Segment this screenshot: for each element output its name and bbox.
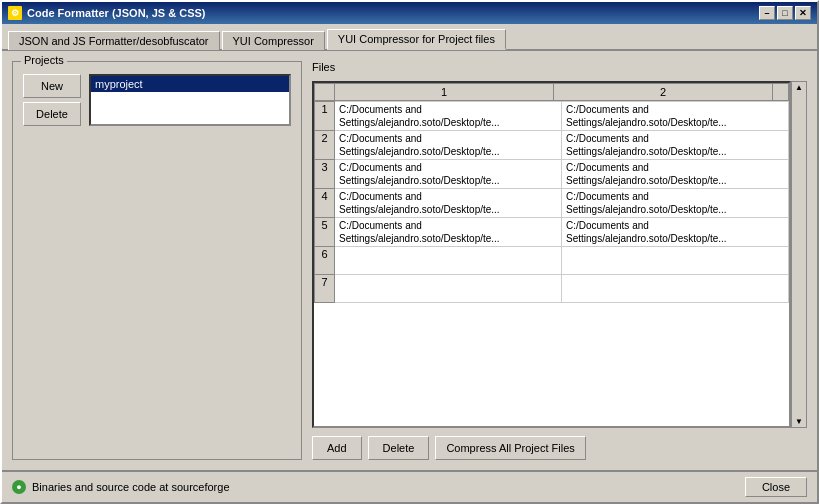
project-list[interactable]: myproject [89,74,291,126]
projects-buttons: New Delete [23,74,81,126]
title-bar: ⚙ Code Formatter (JSON, JS & CSS) – □ ✕ [2,2,817,24]
table-row[interactable]: 2C:/Documents and Settings/alejandro.sot… [315,131,789,160]
projects-label: Projects [21,54,67,66]
delete-file-button[interactable]: Delete [368,436,430,460]
status-text: Binaries and source code at sourceforge [32,481,230,493]
file-col2[interactable]: C:/Documents and Settings/alejandro.soto… [562,102,789,131]
row-number: 1 [315,102,335,131]
row-number: 3 [315,160,335,189]
delete-project-button[interactable]: Delete [23,102,81,126]
file-col2[interactable] [562,275,789,303]
compress-button[interactable]: Compress All Project Files [435,436,585,460]
tab-yui[interactable]: YUI Compressor [222,31,325,50]
row-number: 6 [315,247,335,275]
table-row[interactable]: 3C:/Documents and Settings/alejandro.sot… [315,160,789,189]
projects-panel: Projects New Delete myproject [12,61,302,460]
main-window: ⚙ Code Formatter (JSON, JS & CSS) – □ ✕ … [0,0,819,504]
file-col2[interactable]: C:/Documents and Settings/alejandro.soto… [562,160,789,189]
files-label: Files [312,61,807,73]
close-button[interactable]: Close [745,477,807,497]
file-col1[interactable]: C:/Documents and Settings/alejandro.soto… [335,189,562,218]
col-header-1: 1 [335,84,554,101]
tab-yui-project[interactable]: YUI Compressor for Project files [327,29,506,50]
file-col2[interactable]: C:/Documents and Settings/alejandro.soto… [562,218,789,247]
file-col2[interactable]: C:/Documents and Settings/alejandro.soto… [562,131,789,160]
minimize-button[interactable]: – [759,6,775,20]
file-col1[interactable] [335,275,562,303]
file-col2[interactable] [562,247,789,275]
table-row[interactable]: 7 [315,275,789,303]
file-col1[interactable]: C:/Documents and Settings/alejandro.soto… [335,102,562,131]
row-number: 5 [315,218,335,247]
title-bar-left: ⚙ Code Formatter (JSON, JS & CSS) [8,6,205,20]
maximize-button[interactable]: □ [777,6,793,20]
project-item[interactable]: myproject [91,76,289,92]
tab-bar: JSON and JS Formatter/desobfuscator YUI … [2,24,817,51]
content-area: Projects New Delete myproject Files [2,51,817,470]
table-row[interactable]: 5C:/Documents and Settings/alejandro.sot… [315,218,789,247]
status-icon: ● [12,480,26,494]
window-title: Code Formatter (JSON, JS & CSS) [27,7,205,19]
col-header-num [315,84,335,101]
new-button[interactable]: New [23,74,81,98]
add-button[interactable]: Add [312,436,362,460]
projects-layout: New Delete myproject [23,74,291,126]
table-row[interactable]: 6 [315,247,789,275]
window-close-button[interactable]: ✕ [795,6,811,20]
title-controls: – □ ✕ [759,6,811,20]
files-table: 1 2 [314,83,789,101]
row-number: 2 [315,131,335,160]
file-col1[interactable] [335,247,562,275]
file-col1[interactable]: C:/Documents and Settings/alejandro.soto… [335,160,562,189]
file-col2[interactable]: C:/Documents and Settings/alejandro.soto… [562,189,789,218]
tab-json[interactable]: JSON and JS Formatter/desobfuscator [8,31,220,50]
files-table-wrapper: 1 2 [312,81,791,428]
files-scroll-area[interactable]: 1C:/Documents and Settings/alejandro.sot… [314,101,789,426]
col-header-2: 2 [554,84,773,101]
row-number: 4 [315,189,335,218]
file-col1[interactable]: C:/Documents and Settings/alejandro.soto… [335,218,562,247]
vertical-scrollbar[interactable]: ▲ ▼ [791,81,807,428]
files-panel: Files 1 2 [312,61,807,460]
col-header-scroll [773,84,789,101]
scroll-down-button[interactable]: ▼ [795,417,803,426]
file-col1[interactable]: C:/Documents and Settings/alejandro.soto… [335,131,562,160]
files-table-container: 1 2 [312,81,807,428]
window-icon: ⚙ [8,6,22,20]
files-data-table: 1C:/Documents and Settings/alejandro.sot… [314,101,789,303]
status-left: ● Binaries and source code at sourceforg… [12,480,230,494]
scroll-up-button[interactable]: ▲ [795,83,803,92]
row-number: 7 [315,275,335,303]
table-row[interactable]: 4C:/Documents and Settings/alejandro.sot… [315,189,789,218]
table-row[interactable]: 1C:/Documents and Settings/alejandro.sot… [315,102,789,131]
files-buttons: Add Delete Compress All Project Files [312,436,807,460]
status-bar: ● Binaries and source code at sourceforg… [2,470,817,502]
